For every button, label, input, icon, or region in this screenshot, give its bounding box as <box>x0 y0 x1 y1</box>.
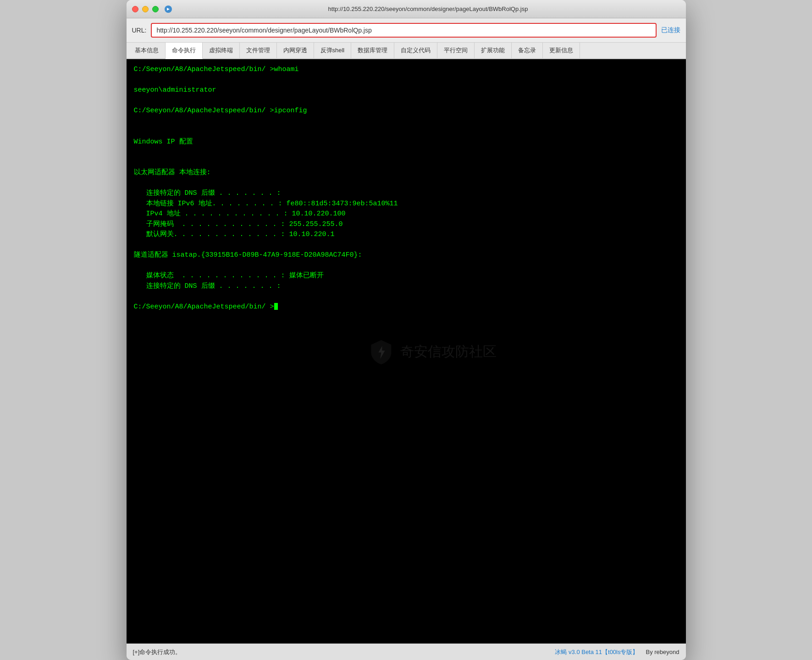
close-button[interactable] <box>132 6 138 12</box>
terminal-line: 默认网关. . . . . . . . . . . . . : 10.10.22… <box>134 230 679 240</box>
tab-文件管理[interactable]: 文件管理 <box>240 43 277 58</box>
tab-bar: 基本信息命令执行虚拟终端文件管理内网穿透反弹shell数据库管理自定义代码平行空… <box>127 43 686 59</box>
terminal-line: C:/Seeyon/A8/ApacheJetspeed/bin/ >whoami <box>134 65 679 75</box>
tab-反弹shell[interactable]: 反弹shell <box>314 43 352 58</box>
url-input-wrapper <box>151 23 656 38</box>
cursor <box>274 303 278 310</box>
terminal[interactable]: 奇安信攻防社区 C:/Seeyon/A8/ApacheJetspeed/bin/… <box>127 59 686 644</box>
terminal-line: 连接特定的 DNS 后缀 . . . . . . . : <box>134 281 679 292</box>
terminal-line <box>134 96 679 106</box>
maximize-button[interactable] <box>152 6 159 12</box>
status-author: By rebeyond <box>646 649 679 655</box>
app-icon <box>164 5 172 13</box>
terminal-line <box>134 261 679 271</box>
terminal-line: C:/Seeyon/A8/ApacheJetspeed/bin/ >ipconf… <box>134 106 679 116</box>
terminal-line <box>134 178 679 189</box>
status-right: 冰蝎 v3.0 Beta 11【t00ls专版】 By rebeyond <box>555 648 679 656</box>
tab-数据库管理[interactable]: 数据库管理 <box>351 43 394 58</box>
terminal-line: IPv4 地址 . . . . . . . . . . . . : 10.10.… <box>134 209 679 220</box>
tab-自定义代码[interactable]: 自定义代码 <box>394 43 437 58</box>
watermark-text: 奇安信攻防社区 <box>400 341 497 362</box>
terminal-line <box>134 240 679 251</box>
url-bar-area: URL: 已连接 <box>127 18 686 43</box>
url-label: URL: <box>132 27 147 34</box>
url-input[interactable] <box>156 27 651 34</box>
tab-虚拟终端[interactable]: 虚拟终端 <box>203 43 240 58</box>
terminal-line: 子网掩码 . . . . . . . . . . . . : 255.255.2… <box>134 220 679 230</box>
terminal-line: Windows IP 配置 <box>134 137 679 148</box>
terminal-line <box>134 292 679 302</box>
main-window: http://10.255.220.220/seeyon/common/desi… <box>127 0 686 660</box>
terminal-line <box>134 75 679 86</box>
watermark-icon <box>367 338 395 365</box>
tab-备忘录[interactable]: 备忘录 <box>512 43 543 58</box>
terminal-line: seeyon\administrator <box>134 85 679 96</box>
tab-命令执行[interactable]: 命令执行 <box>166 43 203 59</box>
connected-label[interactable]: 已连接 <box>661 26 680 34</box>
status-bar: [+]命令执行成功。 冰蝎 v3.0 Beta 11【t00ls专版】 By r… <box>127 644 686 660</box>
minimize-button[interactable] <box>142 6 149 12</box>
terminal-line: 连接特定的 DNS 后缀 . . . . . . . : <box>134 188 679 199</box>
tab-内网穿透[interactable]: 内网穿透 <box>277 43 314 58</box>
terminal-line <box>134 158 679 168</box>
tab-扩展功能[interactable]: 扩展功能 <box>475 43 512 58</box>
terminal-line: C:/Seeyon/A8/ApacheJetspeed/bin/ > <box>134 302 679 313</box>
title-bar-text: http://10.255.220.220/seeyon/common/desi… <box>176 6 680 12</box>
title-bar: http://10.255.220.220/seeyon/common/desi… <box>127 0 686 18</box>
status-left: [+]命令执行成功。 <box>133 648 182 656</box>
terminal-line <box>134 116 679 127</box>
watermark: 奇安信攻防社区 <box>367 338 497 365</box>
tab-基本信息[interactable]: 基本信息 <box>128 43 166 58</box>
terminal-line: 媒体状态 . . . . . . . . . . . . : 媒体已断开 <box>134 271 679 281</box>
terminal-line: 隧道适配器 isatap.{33915B16-D89B-47A9-918E-D2… <box>134 250 679 261</box>
tab-更新信息[interactable]: 更新信息 <box>543 43 580 58</box>
tab-平行空间[interactable]: 平行空间 <box>437 43 475 58</box>
terminal-line: 本地链接 IPv6 地址. . . . . . . . : fe80::81d5… <box>134 199 679 209</box>
status-version: 冰蝎 v3.0 Beta 11【t00ls专版】 <box>555 648 638 656</box>
terminal-line: 以太网适配器 本地连接: <box>134 168 679 178</box>
traffic-lights <box>132 6 159 12</box>
terminal-line <box>134 126 679 137</box>
terminal-line <box>134 147 679 158</box>
